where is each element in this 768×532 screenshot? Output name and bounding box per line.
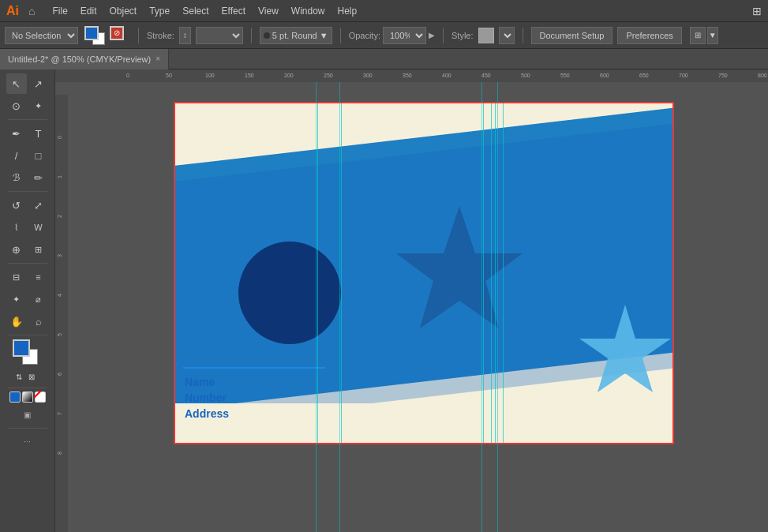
guide-ext-1 bbox=[316, 82, 317, 532]
artboard[interactable]: Name Number Address bbox=[175, 103, 672, 443]
measure-tool[interactable]: ⌀ bbox=[28, 289, 49, 309]
canvas-content[interactable]: 0 1 2 3 4 5 6 7 8 bbox=[55, 82, 768, 532]
home-icon[interactable]: ⌂ bbox=[28, 5, 35, 17]
tool-sep-6 bbox=[8, 428, 47, 429]
lasso-tool[interactable]: ⊙ bbox=[6, 96, 27, 116]
menu-effect[interactable]: Effect bbox=[217, 4, 250, 18]
svg-text:4: 4 bbox=[57, 294, 62, 297]
document-tab[interactable]: Untitled-2* @ 150% (CMYK/Preview) × bbox=[0, 49, 169, 69]
preferences-button[interactable]: Preferences bbox=[617, 27, 681, 44]
hand-tool[interactable]: ✋ bbox=[6, 311, 27, 332]
stroke-width-box[interactable]: ↕ bbox=[179, 27, 191, 44]
magic-wand-tool[interactable]: ✦ bbox=[28, 96, 49, 116]
rect-tool[interactable]: □ bbox=[28, 145, 49, 166]
svg-text:800: 800 bbox=[758, 73, 767, 78]
screen-mode-button[interactable]: ▣ bbox=[8, 404, 47, 425]
pen-tools-row: ✒ T bbox=[6, 123, 49, 144]
stroke-red-swatch[interactable]: ⊘ bbox=[110, 26, 124, 40]
fill-swatch[interactable] bbox=[84, 26, 99, 40]
eyedrop-tools-row: ✦ ⌀ bbox=[6, 289, 49, 309]
svg-text:3: 3 bbox=[57, 254, 62, 257]
paintbrush-tool[interactable]: ℬ bbox=[6, 167, 27, 188]
rotate-tool[interactable]: ↺ bbox=[6, 195, 27, 215]
svg-text:8: 8 bbox=[57, 451, 62, 455]
selection-group: No Selection bbox=[5, 27, 78, 44]
svg-rect-18 bbox=[55, 95, 68, 532]
opacity-input[interactable]: 100% bbox=[383, 27, 426, 44]
zoom-tool[interactable]: ⌕ bbox=[28, 311, 49, 332]
tool-sep-2 bbox=[8, 191, 47, 192]
bar-graph-tool[interactable]: ≡ bbox=[28, 267, 49, 287]
svg-text:300: 300 bbox=[363, 73, 373, 78]
small-color-tools: ⇅ ⊠ bbox=[16, 373, 39, 384]
brush-size-selector[interactable]: 5 pt. Round ▼ bbox=[260, 27, 332, 44]
menu-view[interactable]: View bbox=[253, 4, 283, 18]
default-colors-button[interactable]: ⊠ bbox=[28, 373, 39, 384]
blend-tool[interactable]: ⊕ bbox=[6, 239, 27, 260]
menu-window[interactable]: Window bbox=[287, 4, 330, 18]
tab-close-button[interactable]: × bbox=[155, 54, 160, 63]
line-tools-row: / □ bbox=[6, 145, 49, 166]
menu-file[interactable]: File bbox=[47, 4, 72, 18]
ruler-vertical: 0 1 2 3 4 5 6 7 8 bbox=[55, 95, 68, 532]
gradient-mode-button[interactable] bbox=[22, 392, 33, 403]
svg-text:7: 7 bbox=[57, 412, 62, 415]
eyedropper-tool[interactable]: ✦ bbox=[6, 289, 27, 309]
shape-tools-row: ℬ ✏ bbox=[6, 167, 49, 188]
svg-text:700: 700 bbox=[679, 73, 688, 78]
canvas-area[interactable]: 0 50 100 150 200 250 300 350 400 450 500… bbox=[55, 69, 768, 532]
pen-tool[interactable]: ✒ bbox=[6, 123, 27, 144]
arrange-icon[interactable]: ⊞ bbox=[752, 5, 762, 17]
svg-text:Address: Address bbox=[185, 407, 229, 420]
style-swatch[interactable] bbox=[478, 28, 494, 43]
more-tools-button[interactable]: ··· bbox=[17, 431, 38, 451]
type-tool[interactable]: T bbox=[28, 123, 49, 144]
nav-tools-row: ✋ ⌕ bbox=[6, 311, 49, 332]
menu-type[interactable]: Type bbox=[144, 4, 174, 18]
menu-help[interactable]: Help bbox=[333, 4, 362, 18]
menu-object[interactable]: Object bbox=[105, 4, 142, 18]
svg-text:650: 650 bbox=[639, 73, 649, 78]
tab-bar: Untitled-2* @ 150% (CMYK/Preview) × bbox=[0, 49, 768, 69]
swap-colors-button[interactable]: ⇅ bbox=[16, 373, 27, 384]
symbol-tool[interactable]: ⊞ bbox=[28, 239, 49, 260]
menu-select[interactable]: Select bbox=[178, 4, 213, 18]
guide-ext-2 bbox=[339, 82, 340, 532]
column-graph-tool[interactable]: ⊟ bbox=[6, 267, 27, 287]
style-dropdown[interactable]: ▼ bbox=[499, 27, 515, 44]
opacity-group: Opacity: 100% ▶ bbox=[349, 27, 435, 44]
opacity-label: Opacity: bbox=[349, 31, 380, 40]
warp-tool[interactable]: ⌇ bbox=[6, 217, 27, 238]
selection-tool[interactable]: ↖ bbox=[6, 73, 27, 94]
direct-selection-tool[interactable]: ↗ bbox=[28, 73, 49, 94]
menu-edit[interactable]: Edit bbox=[76, 4, 102, 18]
color-mode-button[interactable] bbox=[9, 392, 21, 403]
none-mode-button[interactable] bbox=[35, 392, 46, 403]
pencil-tool[interactable]: ✏ bbox=[28, 167, 49, 188]
main-area: ↖ ↗ ⊙ ✦ ✒ T / □ ℬ ✏ ↺ ⤢ ⌇ W ⊕ bbox=[0, 69, 768, 532]
arrange-left-btn[interactable]: ⊞ bbox=[690, 27, 706, 44]
artboard-border: Name Number Address bbox=[174, 102, 674, 444]
svg-text:2: 2 bbox=[57, 215, 62, 218]
svg-point-31 bbox=[238, 242, 341, 344]
stroke-profile-dropdown[interactable] bbox=[196, 27, 243, 44]
svg-text:0: 0 bbox=[126, 73, 129, 78]
arrange-dropdown-btn[interactable]: ▼ bbox=[707, 27, 718, 44]
tool-sep-5 bbox=[8, 388, 47, 388]
mode-tools-row bbox=[9, 392, 46, 403]
svg-text:5: 5 bbox=[57, 333, 62, 336]
selection-dropdown[interactable]: No Selection bbox=[5, 27, 78, 44]
width-tool[interactable]: W bbox=[28, 217, 49, 238]
opacity-arrow[interactable]: ▶ bbox=[429, 31, 435, 39]
line-tool[interactable]: / bbox=[6, 145, 27, 166]
foreground-color[interactable] bbox=[13, 339, 30, 357]
guide-line-3 bbox=[483, 103, 484, 443]
tab-title: Untitled-2* @ 150% (CMYK/Preview) bbox=[8, 54, 151, 64]
sep3 bbox=[340, 28, 341, 43]
sep5 bbox=[523, 28, 523, 43]
guide-ext-3 bbox=[481, 82, 482, 532]
guide-line-4 bbox=[503, 103, 504, 443]
brush-dot bbox=[264, 32, 270, 39]
document-setup-button[interactable]: Document Setup bbox=[531, 27, 613, 44]
scale-tool[interactable]: ⤢ bbox=[28, 195, 49, 215]
